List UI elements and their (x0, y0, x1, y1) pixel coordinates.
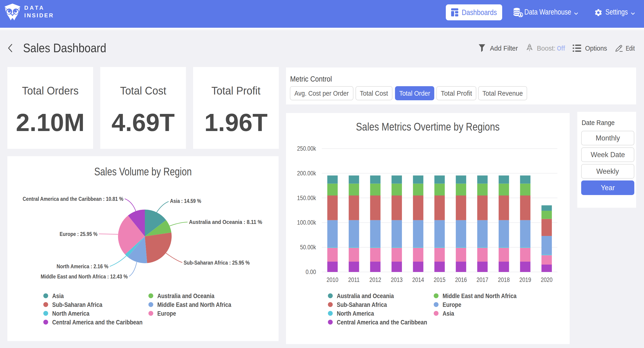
svg-text:2013: 2013 (391, 276, 402, 283)
svg-text:2014: 2014 (412, 276, 424, 283)
svg-text:0.00: 0.00 (306, 268, 316, 275)
svg-text:2017: 2017 (476, 276, 488, 283)
svg-text:2019: 2019 (519, 276, 531, 283)
svg-text:Sales Metrics Overtime by Regi: Sales Metrics Overtime by Regions (356, 121, 500, 133)
svg-text:Europe : 25.95 %: Europe : 25.95 % (60, 231, 98, 237)
svg-text:North America : 2.16 %: North America : 2.16 % (56, 263, 108, 269)
svg-text:2011: 2011 (348, 276, 360, 283)
svg-text:250.00k: 250.00k (297, 145, 316, 152)
svg-text:2018: 2018 (498, 276, 510, 283)
svg-text:Middle East and North Africa :: Middle East and North Africa : 12.43 % (41, 273, 128, 280)
svg-text:Australia and Oceania: Australia and Oceania (337, 292, 394, 299)
svg-text:2016: 2016 (455, 276, 467, 283)
svg-text:North America: North America (337, 310, 374, 317)
svg-text:100.00k: 100.00k (297, 219, 316, 226)
svg-text:North America: North America (52, 310, 90, 317)
svg-text:150.00k: 150.00k (297, 194, 316, 201)
svg-text:Sub-Saharan Africa: Sub-Saharan Africa (337, 301, 387, 308)
svg-text:2015: 2015 (434, 276, 446, 283)
svg-text:200.00k: 200.00k (297, 170, 316, 177)
svg-text:2010: 2010 (326, 276, 338, 283)
svg-text:Middle East and North Africa: Middle East and North Africa (157, 301, 232, 308)
svg-text:Sales Volume by Region: Sales Volume by Region (94, 165, 192, 178)
svg-text:2020: 2020 (541, 276, 552, 283)
svg-text:Australia and Oceania: Australia and Oceania (157, 292, 214, 299)
svg-text:Middle East and North Africa: Middle East and North Africa (442, 292, 517, 299)
svg-text:Central America and the Caribb: Central America and the Caribbean : 10.8… (23, 196, 123, 202)
svg-text:Europe: Europe (157, 310, 176, 317)
svg-text:Asia : 14.59 %: Asia : 14.59 % (170, 198, 201, 204)
svg-text:Europe: Europe (442, 301, 461, 308)
svg-text:Central America and the Caribb: Central America and the Caribbean (52, 319, 142, 326)
svg-text:Sub-Saharan Africa : 25.95 %: Sub-Saharan Africa : 25.95 % (184, 259, 250, 266)
svg-text:Asia: Asia (52, 292, 64, 299)
svg-text:Sub-Saharan Africa: Sub-Saharan Africa (52, 301, 102, 308)
svg-text:2012: 2012 (369, 276, 381, 283)
svg-text:Asia: Asia (442, 310, 454, 317)
svg-text:Central America and the Caribb: Central America and the Caribbean (337, 319, 427, 326)
svg-text:Australia and Oceania : 8.11 %: Australia and Oceania : 8.11 % (189, 219, 262, 225)
svg-text:50.00k: 50.00k (300, 244, 316, 251)
